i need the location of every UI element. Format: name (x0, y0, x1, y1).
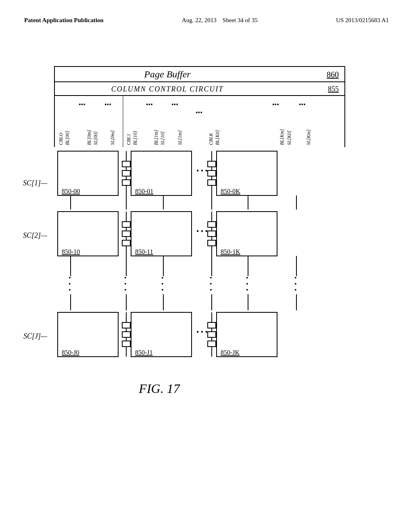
svg-text:•: • (69, 287, 71, 293)
svg-rect-64 (122, 240, 130, 246)
patent-pub-label: Patent Application Publication (24, 17, 104, 23)
diagram-svg: Page Buffer 860 COLUMN CONTROL CIRCUIT 8… (22, 62, 385, 506)
svg-text:860: 860 (327, 70, 339, 79)
svg-text:CBLO: CBLO (58, 133, 64, 145)
svg-rect-62 (122, 222, 130, 227)
svg-rect-36 (122, 180, 130, 185)
svg-text:BL[1m]: BL[1m] (153, 130, 159, 145)
svg-text:•••: ••• (272, 101, 279, 108)
svg-text:CBL1: CBL1 (126, 134, 131, 145)
svg-text:855: 855 (328, 85, 339, 93)
header-right: US 2013/0215683 A1 (336, 16, 389, 25)
svg-rect-44 (208, 161, 216, 167)
svg-text:CBLK: CBLK (208, 133, 214, 145)
svg-text:850-01: 850-01 (135, 188, 153, 195)
svg-text:850-J0: 850-J0 (62, 349, 79, 356)
svg-text:850-00: 850-00 (62, 188, 80, 195)
svg-text:BL[0m]: BL[0m] (86, 130, 92, 145)
svg-text:•: • (294, 287, 297, 293)
svg-text:•: • (246, 287, 248, 293)
svg-rect-73 (208, 231, 216, 237)
svg-text:850-J1: 850-J1 (135, 349, 153, 356)
svg-rect-35 (122, 170, 130, 176)
svg-rect-74 (208, 240, 216, 246)
svg-text:•••: ••• (299, 101, 306, 108)
svg-rect-72 (208, 222, 216, 227)
svg-rect-116 (122, 341, 130, 347)
sheet-info: Sheet 34 of 35 (223, 17, 258, 23)
svg-text:COLUMN  CONTROL  CIRCUIT: COLUMN CONTROL CIRCUIT (111, 85, 224, 93)
svg-text:• • •: • • • (196, 167, 208, 175)
svg-rect-124 (208, 322, 216, 328)
svg-text:•: • (161, 287, 164, 293)
svg-rect-114 (122, 322, 130, 328)
svg-rect-115 (122, 332, 130, 337)
svg-text:•••: ••• (171, 101, 178, 108)
svg-text:BL[00]: BL[00] (65, 131, 70, 145)
svg-text:BL[Km]: BL[Km] (279, 129, 285, 145)
pub-date: Aug. 22, 2013 (182, 17, 217, 23)
svg-rect-45 (208, 170, 216, 176)
svg-text:•••: ••• (79, 101, 86, 108)
svg-text:SL[0m]: SL[0m] (110, 130, 115, 145)
svg-text:•••: ••• (196, 109, 202, 116)
svg-text:SL[10]: SL[10] (160, 131, 165, 145)
svg-text:BL[K0]: BL[K0] (215, 130, 220, 145)
svg-text:SL[Km]: SL[Km] (306, 129, 311, 145)
header-center: Aug. 22, 2013 Sheet 34 of 35 (182, 16, 258, 25)
svg-rect-126 (208, 341, 216, 347)
svg-text:•: • (124, 287, 127, 293)
svg-text:•: • (210, 287, 212, 293)
svg-text:850-0K: 850-0K (221, 188, 240, 195)
svg-text:850-JK: 850-JK (221, 349, 240, 356)
patent-number: US 2013/0215683 A1 (336, 17, 389, 23)
svg-text:850-11: 850-11 (135, 248, 153, 255)
svg-text:• • •: • • • (196, 227, 208, 235)
svg-text:850-1K: 850-1K (221, 248, 240, 255)
svg-text:Page  Buffer: Page Buffer (144, 69, 191, 79)
svg-rect-63 (122, 231, 130, 237)
svg-text:SC[J]—: SC[J]— (23, 332, 48, 340)
header-left: Patent Application Publication (24, 16, 104, 25)
svg-text:SC[1]—: SC[1]— (23, 179, 48, 187)
svg-rect-125 (208, 332, 216, 337)
svg-rect-34 (122, 161, 130, 167)
svg-text:850-10: 850-10 (62, 248, 80, 255)
svg-text:SL[1m]: SL[1m] (177, 130, 183, 145)
svg-text:SC[2]—: SC[2]— (23, 231, 48, 239)
svg-rect-46 (208, 180, 216, 185)
svg-text:SL[00]: SL[00] (93, 131, 98, 145)
svg-text:•••: ••• (104, 101, 111, 108)
svg-text:BL[10]: BL[10] (132, 131, 138, 145)
svg-text:SL[K0]: SL[K0] (286, 131, 292, 145)
svg-text:• • •: • • • (196, 328, 208, 336)
svg-text:FIG.   17: FIG. 17 (138, 381, 180, 396)
page-header: Patent Application Publication Aug. 22, … (24, 16, 389, 25)
svg-rect-0 (54, 66, 345, 82)
svg-text:•••: ••• (146, 101, 153, 108)
